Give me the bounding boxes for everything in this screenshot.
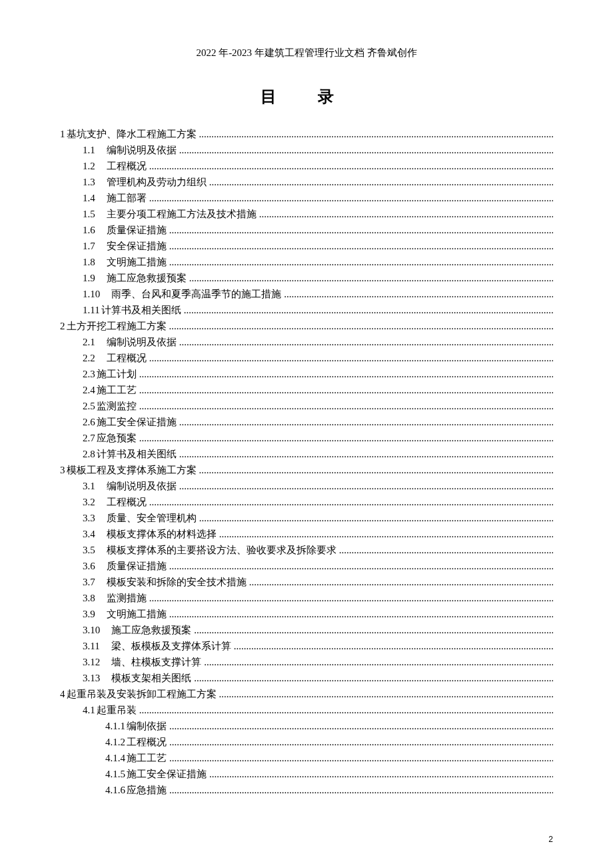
toc-entry-number: 2.1 [83,334,95,350]
toc-entry-number: 4.1.1 [105,718,125,734]
toc-leader-dots [147,494,553,510]
toc-entry-label: 雨季、台风和夏季高温季节的施工措施 [100,286,281,302]
toc-entry-number: 3.1 [83,478,95,494]
toc-entry-number: 3 [60,462,65,478]
toc-leader-dots [177,478,553,494]
toc-entry-label: 文明施工措施 [95,606,167,622]
toc-entry-number: 4.1.2 [105,734,125,750]
toc-leader-dots [191,670,553,686]
toc-entry: 4.1 起重吊装 [60,702,553,718]
toc-leader-dots [137,382,553,398]
toc-leader-dots [336,542,553,558]
toc-entry-label: 计算书及相关图纸 [95,446,177,462]
toc-entry-number: 3.5 [83,542,95,558]
toc-leader-dots [197,462,554,478]
toc-entry: 3.9 文明施工措施 [60,606,553,622]
toc-leader-dots [187,270,553,286]
toc-entry: 1.7 安全保证措施 [60,238,553,254]
toc-entry: 3 模板工程及支撑体系施工方案 [60,462,553,478]
toc-leader-dots [167,318,554,334]
toc-leader-dots [177,414,553,430]
toc-entry: 3.10 施工应急救援预案 [60,622,553,638]
toc-entry-label: 质量、安全管理机构 [95,510,197,526]
toc-entry: 4.1.5 施工安全保证措施 [60,766,553,782]
toc-entry: 3.5 模板支撑体系的主要搭设方法、验收要求及拆除要求 [60,542,553,558]
toc-entry-number: 2.4 [83,382,95,398]
toc-entry: 1.1 编制说明及依据 [60,142,553,158]
toc-leader-dots [137,430,553,446]
toc-entry: 1.5 主要分项工程施工方法及技术措施 [60,206,553,222]
toc-entry-number: 1.2 [83,158,95,174]
toc-entry-label: 施工计划 [95,366,137,382]
toc-leader-dots [181,302,553,318]
toc-entry-number: 1.6 [83,222,95,238]
toc-entry-number: 3.3 [83,510,95,526]
toc-entry: 1.3 管理机构及劳动力组织 [60,174,553,190]
toc-entry-number: 3.10 [83,622,100,638]
toc-entry: 3.4 模板支撑体系的材料选择 [60,526,553,542]
toc-entry: 1.11 计算书及相关图纸 [60,302,553,318]
toc-entry-label: 基坑支护、降水工程施工方案 [65,126,197,142]
toc-entry-number: 3.12 [83,654,100,670]
toc-entry-label: 施工部署 [95,190,147,206]
toc-entry: 2.5 监测监控 [60,398,553,414]
toc-entry-label: 主要分项工程施工方法及技术措施 [95,206,257,222]
toc-entry-number: 3.9 [83,606,95,622]
toc-entry-label: 计算书及相关图纸 [100,302,181,318]
toc-leader-dots [197,126,554,142]
toc-entry-label: 土方开挖工程施工方案 [65,318,167,334]
toc-entry: 4 起重吊装及安装拆卸工程施工方案 [60,686,553,702]
toc-leader-dots [231,638,553,654]
toc-entry-number: 2 [60,318,65,334]
toc-leader-dots [167,558,553,574]
toc-leader-dots [167,718,553,734]
toc-entry-number: 2.7 [83,430,95,446]
toc-entry: 1.2 工程概况 [60,158,553,174]
toc-entry-label: 管理机构及劳动力组织 [95,174,207,190]
toc-entry-label: 施工应急救援预案 [100,622,191,638]
document-page: 2022 年-2023 年建筑工程管理行业文档 齐鲁斌创作 目 录 1 基坑支护… [0,0,613,868]
toc-entry: 3.2 工程概况 [60,494,553,510]
toc-entry-number: 2.2 [83,350,95,366]
toc-entry-label: 质量保证措施 [95,558,167,574]
toc-entry-number: 3.2 [83,494,95,510]
toc-leader-dots [167,782,553,798]
toc-entry-label: 施工安全保证措施 [125,766,207,782]
toc-entry-label: 工程概况 [95,158,147,174]
toc-entry: 1.4 施工部署 [60,190,553,206]
toc-entry-number: 2.5 [83,398,95,414]
toc-leader-dots [217,686,554,702]
toc-entry-label: 梁、板模板及支撑体系计算 [100,638,231,654]
toc-entry: 2.3 施工计划 [60,366,553,382]
toc-entry: 4.1.6 应急措施 [60,782,553,798]
toc-entry-label: 安全保证措施 [95,238,167,254]
toc-leader-dots [177,142,553,158]
toc-entry-label: 模板安装和拆除的安全技术措施 [95,574,247,590]
toc-entry-label: 模板支撑体系的主要搭设方法、验收要求及拆除要求 [95,542,336,558]
toc-leader-dots [191,622,553,638]
toc-entry-number: 1.11 [83,302,100,318]
toc-leader-dots [281,286,553,302]
page-header: 2022 年-2023 年建筑工程管理行业文档 齐鲁斌创作 [60,47,553,59]
toc-leader-dots [167,254,553,270]
toc-entry-number: 4.1 [83,702,95,718]
toc-entry-label: 编制说明及依据 [95,478,177,494]
toc-leader-dots [207,174,553,190]
toc-entry-label: 墙、柱模板支撑计算 [100,654,201,670]
toc-entry: 4.1.1 编制依据 [60,718,553,734]
toc-entry: 1.6 质量保证措施 [60,222,553,238]
toc-leader-dots [217,526,553,542]
toc-entry-number: 4.1.4 [105,750,125,766]
toc-entry-number: 3.4 [83,526,95,542]
toc-entry-label: 起重吊装 [95,702,137,718]
toc-leader-dots [167,606,553,622]
page-number: 2 [548,835,553,844]
toc-entry-number: 3.13 [83,670,100,686]
toc-entry: 1 基坑支护、降水工程施工方案 [60,126,553,142]
toc-leader-dots [137,366,553,382]
toc-entry-label: 模板支撑体系的材料选择 [95,526,217,542]
toc-entry-label: 应急预案 [95,430,137,446]
toc-entry-label: 监测监控 [95,398,137,414]
toc-leader-dots [201,654,553,670]
toc-entry-number: 1.7 [83,238,95,254]
